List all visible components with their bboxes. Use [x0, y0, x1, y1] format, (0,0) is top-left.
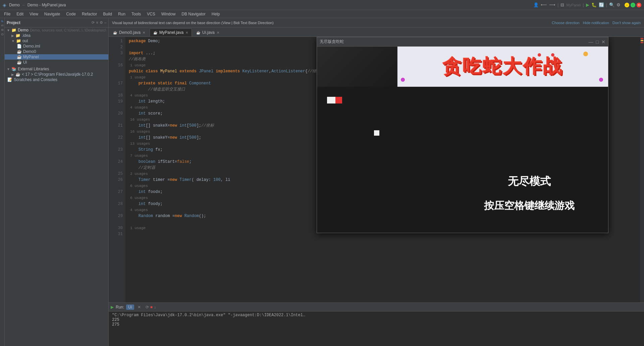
project-toolbar-icon3[interactable]: ⚙ [100, 20, 103, 25]
right-gutter [640, 37, 644, 302]
maximize-button[interactable]: □ [631, 3, 635, 7]
hide-notification-btn[interactable]: Hide notification [583, 21, 609, 25]
dont-show-again-btn[interactable]: Don't show again [612, 21, 641, 25]
run-scroll-to-end[interactable]: ↓ [154, 305, 156, 309]
menu-code[interactable]: Code [63, 11, 78, 17]
snake-body [327, 97, 342, 103]
notification-actions: Choose direction Hide notification Don't… [552, 21, 641, 25]
project-toolbar-icon2[interactable]: ≡ [96, 20, 98, 25]
choose-direction-btn[interactable]: Choose direction [552, 21, 580, 25]
project-toolbar-icon1[interactable]: ⟳ [92, 20, 95, 25]
close-button[interactable]: ✕ [637, 3, 641, 7]
game-close-btn[interactable]: ✕ [601, 39, 605, 45]
tool-db-navigator[interactable]: D [0, 32, 5, 36]
tree-ext-lib[interactable]: ▼ 📚 External Libraries [5, 66, 108, 72]
game-window: 无尽版贪吃蛇 — □ ✕ [317, 37, 608, 233]
tree-idea-label: .idea [22, 33, 31, 38]
run-coverage-icon[interactable]: 🔄 [599, 2, 604, 7]
menu-run[interactable]: Run [115, 11, 128, 17]
project-panel: Project ⟳ ≡ ⚙ – ▼ 📁 Demo Demo, sources r… [5, 18, 109, 346]
tree-mypanel[interactable]: ☕ MyPanel [5, 54, 108, 60]
titlebar-left: ◈ Demo – Demo - MyPanel.java [3, 2, 66, 8]
tool-bookmarks[interactable]: B [0, 28, 5, 31]
tab-mypanel-label: MyPanel.java [159, 30, 183, 35]
tree-demo-iml[interactable]: 📄 Demo.iml [5, 44, 108, 49]
tree-ui-label: Ui [23, 60, 27, 65]
menu-file[interactable]: File [1, 11, 13, 17]
tree-ui[interactable]: ☕ Ui [5, 60, 108, 65]
tab-demo0-close[interactable]: ✕ [143, 31, 145, 34]
menu-tools[interactable]: Tools [129, 11, 144, 17]
tab-ui-close[interactable]: ✕ [217, 31, 219, 34]
tree-demo-root[interactable]: ▼ 📁 Demo Demo, sources root, C:\Users\..… [5, 27, 108, 33]
menu-vcs[interactable]: VCS [144, 11, 158, 17]
notification-text: Visual layout of bidirectional text can … [112, 21, 548, 25]
warn-mark-1 [641, 40, 643, 41]
vcs-update-icon[interactable]: ⟵ [541, 2, 547, 7]
tree-idea[interactable]: ▶ 📁 .idea [5, 33, 108, 38]
tab-ui[interactable]: ☕ Ui.java ✕ [193, 28, 223, 37]
run-panel: ▶ Run: Ui ✕ ⟳ ■ ↓ "C:\Program Files\Java… [109, 302, 644, 346]
settings-icon[interactable]: ⚙ [616, 2, 621, 7]
tab-ui-label: Ui.java [202, 30, 215, 35]
game-restore-btn[interactable]: □ [596, 39, 599, 45]
editor-area: Visual layout of bidirectional text can … [109, 18, 644, 346]
run-stop-icon[interactable]: ■ [150, 305, 153, 309]
notification-bar: Visual layout of bidirectional text can … [109, 18, 644, 27]
tab-mypanel-close[interactable]: ✕ [185, 31, 188, 34]
window-controls: – □ ✕ [625, 3, 641, 7]
tree-out[interactable]: ▼ 📁 out [5, 38, 108, 44]
tab-demo0-icon: ☕ [113, 31, 117, 34]
user-icon[interactable]: 👤 [533, 2, 539, 7]
run-panel-header: ▶ Run: Ui ✕ ⟳ ■ ↓ [109, 303, 644, 312]
tab-mypanel[interactable]: ☕ MyPanel.java ✕ [150, 28, 192, 37]
code-editor[interactable]: 1 2 3 - 16 - - 17 - 18 19 - 20 - 21 - 22… [109, 37, 644, 302]
run-rerun-icon[interactable]: ⟳ [146, 305, 149, 309]
tab-mypanel-icon: ☕ [153, 31, 157, 34]
menu-refactor[interactable]: Refactor [79, 11, 100, 17]
tree-demo0-icon: ☕ [17, 49, 22, 54]
menu-edit[interactable]: Edit [14, 11, 26, 17]
tree-demo-path: Demo, sources root, C:\Users\..\..\Deskt… [30, 28, 106, 32]
game-window-controls: — □ ✕ [589, 39, 605, 45]
game-banner-left [317, 47, 397, 87]
tool-structure[interactable]: S [0, 24, 5, 27]
food-purple-left [401, 78, 405, 82]
menu-view[interactable]: View [27, 11, 41, 17]
tree-demo0[interactable]: ☕ Demo0 [5, 49, 108, 54]
run-output-line-3: 275 [112, 322, 641, 327]
run-panel-close-icon[interactable]: ✕ [138, 305, 141, 309]
search-everywhere-icon[interactable]: 🔍 [609, 2, 614, 7]
tab-demo0[interactable]: ☕ Demo0.java ✕ [109, 28, 149, 37]
menu-db-navigator[interactable]: DB Navigator [179, 11, 208, 17]
menu-build[interactable]: Build [100, 11, 115, 17]
snake-eye-2 [551, 53, 554, 57]
tab-demo0-label: Demo0.java [119, 30, 141, 35]
game-minimize-btn[interactable]: — [589, 39, 593, 45]
layout-icon[interactable]: ⊟ [560, 2, 564, 7]
project-toolbar-icon4[interactable]: – [104, 20, 106, 25]
menu-window[interactable]: Window [159, 11, 178, 17]
tree-scratches-label: Scratches and Consoles [14, 77, 57, 82]
tree-mypanel-icon: ☕ [17, 55, 22, 59]
project-label: Project [7, 20, 20, 25]
tree-out-label: out [22, 39, 28, 43]
left-tool-strip: P S B D [0, 18, 5, 346]
menu-navigate[interactable]: Navigate [42, 11, 63, 17]
tree-out-folder-icon: 📁 [16, 39, 21, 43]
vcs-push-icon[interactable]: ⟶ [549, 2, 555, 7]
project-tree: ▼ 📁 Demo Demo, sources root, C:\Users\..… [5, 27, 108, 346]
menubar: File Edit View Navigate Code Refactor Bu… [0, 10, 644, 18]
main-layout: P S B D Project ⟳ ≡ ⚙ – ▼ 📁 Demo Demo, s… [0, 18, 644, 346]
run-icon-toolbar[interactable]: ▶ [586, 2, 589, 7]
tree-jdk-label: < 17 > C:\Program Files\Java\jdk-17.0.2 [22, 72, 93, 77]
tree-jdk[interactable]: ▶ ☕ < 17 > C:\Program Files\Java\jdk-17.… [5, 72, 108, 77]
tree-jdk-icon: ☕ [15, 72, 20, 77]
tool-project[interactable]: P [0, 19, 5, 23]
minimize-button[interactable]: – [625, 3, 629, 7]
debug-icon[interactable]: 🐛 [591, 2, 597, 7]
run-panel-tab[interactable]: Ui [126, 304, 134, 310]
menu-help[interactable]: Help [209, 11, 223, 17]
tree-scratches[interactable]: 📝 Scratches and Consoles [5, 77, 108, 82]
tree-ui-icon: ☕ [17, 60, 22, 65]
